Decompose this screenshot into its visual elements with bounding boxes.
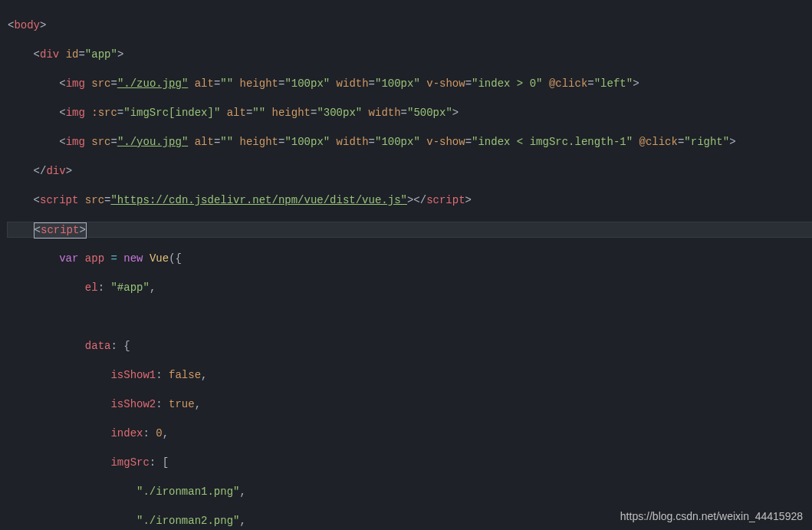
- string: "": [252, 107, 265, 119]
- attr: width: [337, 77, 369, 90]
- prop: imgSrc: [110, 456, 149, 469]
- tag: img: [66, 77, 85, 90]
- number: 0: [156, 427, 162, 439]
- var: app: [85, 252, 104, 265]
- attr: v-show: [426, 136, 465, 148]
- code-line: <div id="app">: [8, 48, 812, 62]
- string: "app": [85, 48, 117, 61]
- prop: isShow2: [110, 398, 156, 410]
- attr: alt: [195, 136, 214, 148]
- string: "": [220, 77, 233, 90]
- string: "100px": [284, 77, 330, 90]
- class: Vue: [150, 252, 169, 265]
- keyword: var: [59, 252, 78, 265]
- watermark: https://blog.csdn.net/weixin_44415928: [620, 509, 803, 524]
- attr: width: [337, 136, 369, 148]
- attr: alt: [195, 77, 214, 90]
- keyword: new: [123, 252, 143, 265]
- tag: div: [40, 48, 59, 61]
- bool: true: [169, 398, 195, 410]
- string: "right": [684, 136, 729, 148]
- code-editor[interactable]: <body> <div id="app"> <img src="./zuo.jp…: [0, 0, 812, 530]
- attr: v-show: [426, 77, 465, 90]
- tag: div: [46, 165, 65, 177]
- attr: src: [91, 77, 110, 90]
- string: "imgSrc[index]": [123, 107, 220, 119]
- tag: body: [14, 19, 40, 31]
- tag: script: [41, 224, 79, 236]
- prop: el: [85, 281, 98, 294]
- string: "./ironman2.png": [136, 515, 239, 527]
- attr: width: [369, 107, 401, 119]
- code-line: isShow2: true,: [8, 397, 812, 412]
- attr: src: [85, 194, 104, 206]
- attr: height: [240, 136, 278, 148]
- bool: false: [169, 369, 201, 381]
- cursor: <script>: [34, 222, 87, 239]
- string: "index < imgSrc.length-1": [472, 136, 633, 148]
- code-line: isShow1: false,: [8, 368, 812, 383]
- string: "index > 0": [472, 77, 542, 90]
- string: "./zuo.jpg": [117, 77, 188, 90]
- tag: script: [40, 194, 78, 206]
- string: "100px": [375, 136, 420, 148]
- string: "100px": [375, 77, 420, 90]
- prop: data: [85, 340, 111, 352]
- string: "https://cdn.jsdelivr.net/npm/vue/dist/v…: [110, 194, 406, 206]
- code-line: var app = new Vue({: [8, 252, 812, 266]
- string: "left": [594, 77, 633, 90]
- code-line: [8, 310, 812, 324]
- code-line: <script src="https://cdn.jsdelivr.net/np…: [8, 193, 812, 208]
- string: "./you.jpg": [117, 136, 188, 148]
- prop: isShow1: [110, 369, 156, 381]
- string: "300px": [317, 107, 362, 119]
- code-line: imgSrc: [: [8, 456, 812, 470]
- attr: @click: [639, 136, 678, 148]
- active-line: <script>: [8, 222, 812, 237]
- attr: id: [66, 48, 79, 61]
- attr: height: [272, 107, 311, 119]
- code-line: el: "#app",: [8, 281, 812, 295]
- string: "100px": [284, 136, 330, 148]
- code-line: <img src="./zuo.jpg" alt="" height="100p…: [8, 77, 812, 91]
- prop: index: [110, 427, 143, 439]
- code-line: "./ironman1.png",: [8, 485, 812, 499]
- string: "": [220, 136, 233, 148]
- tag: img: [66, 136, 85, 148]
- code-line: <body>: [8, 18, 812, 33]
- attr: :src: [91, 107, 117, 119]
- string: "./ironman1.png": [136, 486, 239, 498]
- code-line: <img src="./you.jpg" alt="" height="100p…: [8, 135, 812, 150]
- code-line: index: 0,: [8, 426, 812, 441]
- attr: height: [240, 77, 278, 90]
- attr: src: [91, 136, 110, 148]
- attr: alt: [227, 107, 246, 119]
- tag: script: [426, 194, 465, 206]
- attr: @click: [549, 77, 587, 90]
- code-line: <img :src="imgSrc[index]" alt="" height=…: [8, 106, 812, 120]
- tag: img: [66, 107, 85, 119]
- string: "#app": [110, 281, 149, 294]
- code-line: data: {: [8, 339, 812, 354]
- code-line: </div>: [8, 164, 812, 179]
- string: "500px": [407, 107, 452, 119]
